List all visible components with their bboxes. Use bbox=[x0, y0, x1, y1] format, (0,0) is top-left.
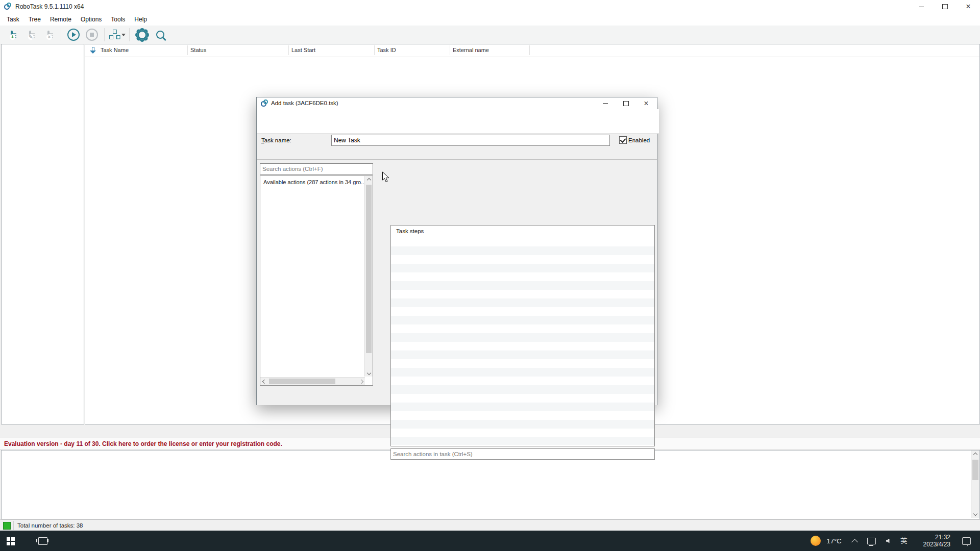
scrollbar-thumb[interactable] bbox=[972, 460, 978, 480]
status-text: Total number of tasks: 38 bbox=[17, 522, 83, 529]
toolbar-divider bbox=[61, 28, 61, 41]
task-list-header: Task Name Status Last Start Task ID Exte… bbox=[85, 44, 979, 57]
scroll-down-icon[interactable] bbox=[971, 510, 979, 518]
tray-date: 2023/4/23 bbox=[923, 541, 950, 548]
window-title: RoboTask 9.5.1.1110 x64 bbox=[15, 3, 84, 10]
column-divider[interactable] bbox=[288, 45, 289, 55]
sort-descending-arrow-icon[interactable] bbox=[89, 46, 96, 54]
menu-help[interactable]: Help bbox=[130, 14, 152, 25]
enabled-checkbox[interactable] bbox=[619, 136, 627, 144]
run-task-button[interactable] bbox=[65, 27, 82, 43]
speaker-icon[interactable] bbox=[881, 531, 894, 551]
log-panel bbox=[1, 450, 980, 519]
windows-taskbar: 17°C 英 21:32 2023/4/23 bbox=[0, 531, 980, 551]
close-button[interactable] bbox=[957, 0, 980, 13]
dialog-maximize-button[interactable] bbox=[617, 97, 634, 109]
search-actions-input[interactable] bbox=[260, 163, 373, 174]
delete-task-button[interactable]: × bbox=[40, 27, 57, 43]
dialog-minimize-button[interactable] bbox=[597, 97, 614, 109]
minimize-button[interactable] bbox=[910, 0, 933, 13]
column-divider[interactable] bbox=[450, 45, 450, 55]
menu-tools[interactable]: Tools bbox=[106, 14, 130, 25]
view-mode-button[interactable] bbox=[108, 27, 126, 43]
column-status[interactable]: Status bbox=[190, 47, 206, 53]
add-task-dialog: Add task (3ACF6DE0.tsk) Task name: Enabl… bbox=[256, 97, 657, 405]
tree-toolbar bbox=[1, 425, 3, 437]
tray-chevron-up-icon[interactable] bbox=[848, 531, 861, 551]
available-actions-list: Available actions (287 actions in 34 gro… bbox=[260, 176, 373, 386]
column-last-start[interactable]: Last Start bbox=[291, 47, 315, 53]
menu-options[interactable]: Options bbox=[76, 14, 106, 25]
options-button[interactable] bbox=[133, 27, 151, 43]
task-steps-header: Task steps bbox=[391, 226, 655, 239]
maximize-button[interactable] bbox=[933, 0, 957, 13]
task-view-icon bbox=[38, 537, 47, 545]
actions-tab-body: Available actions (287 actions in 34 gro… bbox=[257, 159, 657, 405]
column-divider[interactable] bbox=[187, 45, 188, 55]
scroll-up-icon[interactable] bbox=[365, 176, 373, 184]
scroll-right-icon[interactable] bbox=[357, 378, 365, 385]
scrollbar-thumb[interactable] bbox=[366, 185, 372, 353]
edit-task-button[interactable]: ✎ bbox=[21, 27, 39, 43]
actions-vertical-scrollbar[interactable] bbox=[364, 176, 373, 377]
menu-task[interactable]: Task bbox=[2, 14, 24, 25]
dialog-titlebar: Add task (3ACF6DE0.tsk) bbox=[257, 97, 657, 109]
find-icon bbox=[156, 31, 164, 39]
toolbar-divider bbox=[104, 28, 105, 41]
task-name-label: Task name: bbox=[261, 137, 291, 143]
tray-time: 21:32 bbox=[935, 534, 950, 541]
column-divider[interactable] bbox=[374, 45, 375, 55]
find-button[interactable] bbox=[152, 27, 169, 43]
tray-temperature[interactable]: 17°C bbox=[823, 531, 845, 551]
status-indicator bbox=[3, 522, 11, 530]
edit-task-icon: ✎ bbox=[29, 32, 31, 38]
main-titlebar: RoboTask 9.5.1.1110 x64 bbox=[0, 0, 980, 13]
column-task-name[interactable]: Task Name bbox=[101, 47, 129, 53]
column-divider[interactable] bbox=[529, 45, 530, 55]
view-mode-icon bbox=[109, 30, 120, 40]
scrollbar-thumb[interactable] bbox=[269, 379, 335, 384]
weather-icon[interactable] bbox=[810, 531, 822, 551]
scroll-left-icon[interactable] bbox=[260, 378, 268, 385]
scroll-up-icon[interactable] bbox=[971, 450, 979, 459]
tray-clock[interactable]: 21:32 2023/4/23 bbox=[915, 531, 950, 551]
notification-center-icon[interactable] bbox=[959, 531, 974, 551]
dialog-close-button[interactable] bbox=[638, 97, 655, 109]
evaluation-banner-text: Evaluation version - day 11 of 30. Click… bbox=[4, 440, 282, 447]
screen: RoboTask 9.5.1.1110 x64 TaskTreeRemoteOp… bbox=[0, 0, 980, 551]
task-view-button[interactable] bbox=[32, 531, 54, 551]
start-button[interactable] bbox=[0, 531, 24, 551]
robotask-logo-icon bbox=[4, 3, 11, 10]
new-task-button[interactable]: + bbox=[3, 27, 20, 43]
task-name-row: Task name: Enabled bbox=[257, 133, 657, 147]
run-task-icon bbox=[67, 29, 80, 41]
menu-tree[interactable]: Tree bbox=[24, 14, 45, 25]
search-steps-input[interactable] bbox=[390, 448, 655, 460]
windows-logo-icon bbox=[7, 537, 10, 541]
task-tree-panel bbox=[1, 44, 84, 424]
network-icon[interactable] bbox=[865, 531, 878, 551]
task-steps-empty-list[interactable] bbox=[391, 238, 654, 445]
scroll-down-icon[interactable] bbox=[365, 369, 373, 377]
log-scrollbar[interactable] bbox=[971, 450, 979, 518]
status-bar: Total number of tasks: 38 bbox=[0, 519, 980, 531]
actions-horizontal-scrollbar[interactable] bbox=[260, 377, 365, 385]
menu-bar: TaskTreeRemoteOptionsToolsHelp bbox=[0, 13, 980, 26]
dialog-toolbar bbox=[257, 109, 659, 134]
main-toolbar: +✎× bbox=[0, 26, 980, 44]
options-icon bbox=[137, 30, 147, 40]
ime-indicator[interactable]: 英 bbox=[897, 531, 911, 551]
delete-task-icon: × bbox=[47, 32, 50, 38]
new-task-icon: + bbox=[11, 32, 13, 38]
column-external-name[interactable]: External name bbox=[453, 47, 489, 53]
mouse-cursor bbox=[382, 171, 390, 183]
task-steps-panel: Task steps bbox=[390, 225, 655, 446]
enabled-label: Enabled bbox=[628, 137, 650, 143]
stop-task-button[interactable] bbox=[83, 27, 101, 43]
column-task-id[interactable]: Task ID bbox=[377, 47, 396, 53]
dialog-bottom-toolbar bbox=[258, 448, 260, 463]
robotask-logo-icon bbox=[260, 99, 268, 107]
dialog-tabstrip bbox=[257, 147, 660, 160]
menu-remote[interactable]: Remote bbox=[45, 14, 76, 25]
task-name-input[interactable] bbox=[331, 135, 610, 146]
